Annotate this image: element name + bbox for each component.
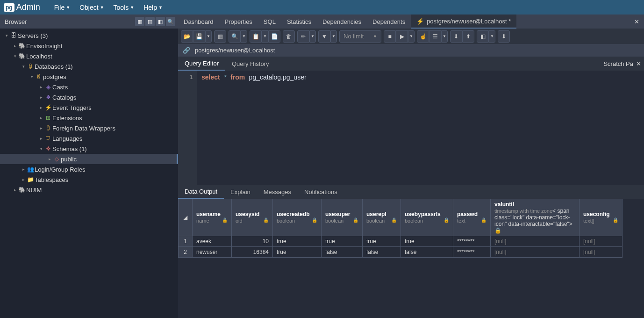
delete-button[interactable]: 🗑 xyxy=(283,30,295,43)
col-usecreatedb[interactable]: usecreatedbboolean🔒 xyxy=(273,199,322,236)
limit-select[interactable]: No limit▼ xyxy=(339,30,381,43)
find-dropdown[interactable]: ▼ xyxy=(241,30,247,43)
query-tool-button[interactable]: ▦ xyxy=(214,30,226,43)
lock-icon: 🔒 xyxy=(353,217,358,223)
tab-messages[interactable]: Messages xyxy=(257,185,298,199)
tree-tablespaces[interactable]: ▸📁Tablespaces xyxy=(0,174,178,185)
editor-tabs: Query Editor Query History Scratch Pa ✕ xyxy=(178,57,644,71)
rollback-icon: ⬆ xyxy=(466,33,471,40)
tree-servers[interactable]: ▾🗄Servers (3) xyxy=(0,30,178,41)
trigger-icon: ⚡ xyxy=(44,104,52,111)
server-icon: 🗄 xyxy=(9,32,18,39)
tab-sql[interactable]: SQL xyxy=(258,14,281,29)
explain-button[interactable]: ☝ xyxy=(417,30,429,43)
tree-nuim[interactable]: ▸🐘NUIM xyxy=(0,185,178,195)
table-row[interactable]: 2 newuser 16384 true false false false *… xyxy=(179,247,623,258)
code-area[interactable]: select * from pg_catalog.pg_user xyxy=(197,71,311,185)
query-editor[interactable]: 1 select * from pg_catalog.pg_user xyxy=(178,71,644,185)
col-usesysid[interactable]: usesysidoid🔒 xyxy=(232,199,273,236)
col-userepl[interactable]: usereplboolean🔒 xyxy=(363,199,401,236)
tree-event-triggers[interactable]: ▸⚡Event Triggers xyxy=(0,102,178,113)
search-icon[interactable]: 🔍 xyxy=(166,17,175,26)
commit-icon: ⬇ xyxy=(454,33,458,40)
tab-dependencies[interactable]: Dependencies xyxy=(317,14,367,29)
tree-public[interactable]: ▸◇public xyxy=(0,154,178,164)
tab-query-history[interactable]: Query History xyxy=(225,57,275,71)
tab-statistics[interactable]: Statistics xyxy=(281,14,317,29)
tree-databases[interactable]: ▾🛢Databases (1) xyxy=(0,61,178,72)
clear-dropdown[interactable]: ▼ xyxy=(489,30,495,43)
download-button[interactable]: ⬇ xyxy=(498,30,510,43)
tab-dependents[interactable]: Dependents xyxy=(367,14,411,29)
stop-button[interactable]: ■ xyxy=(384,30,396,43)
clear-button[interactable]: ◧ xyxy=(477,30,489,43)
paste-button[interactable]: 📄 xyxy=(268,30,280,43)
connection-icon: 🔗 xyxy=(183,47,190,54)
tree-languages[interactable]: ▸🗨Languages xyxy=(0,133,178,144)
filter-button[interactable]: ▼ xyxy=(318,30,330,43)
execute-button[interactable]: ▶ xyxy=(396,30,408,43)
filter-dropdown[interactable]: ▼ xyxy=(330,30,337,43)
tree: ▾🗄Servers (3) ▸🐘EnvisoInsight ▾🐘Localhos… xyxy=(0,29,178,195)
lock-icon: 🔒 xyxy=(222,217,228,223)
menu-object[interactable]: Object▼ xyxy=(75,4,108,11)
row-number-header: ◢ xyxy=(179,199,193,236)
copy-dropdown[interactable]: ▼ xyxy=(262,30,268,43)
edit-button[interactable]: ✏ xyxy=(297,30,309,43)
col-valuntil[interactable]: valuntiltimestamp with time zone< span c… xyxy=(491,199,580,236)
find-button[interactable]: 🔍 xyxy=(229,30,241,43)
edit-dropdown[interactable]: ▼ xyxy=(309,30,316,43)
commit-button[interactable]: ⬇ xyxy=(450,30,462,43)
tab-query-editor[interactable]: Query Editor xyxy=(178,57,225,71)
filter-icon[interactable]: ◧ xyxy=(156,17,165,26)
tab-explain[interactable]: Explain xyxy=(224,185,257,199)
tree-catalogs[interactable]: ▸❖Catalogs xyxy=(0,92,178,102)
save-dropdown[interactable]: ▼ xyxy=(205,30,212,43)
col-useconfig[interactable]: useconfigtext[]🔒 xyxy=(580,199,623,236)
col-usebypassrls[interactable]: usebypassrlsboolean🔒 xyxy=(401,199,453,236)
execute-dropdown[interactable]: ▼ xyxy=(408,30,415,43)
col-usesuper[interactable]: usesuperboolean🔒 xyxy=(322,199,363,236)
save-icon: 💾 xyxy=(196,33,203,40)
tree-login-roles[interactable]: ▸👥Login/Group Roles xyxy=(0,164,178,174)
menu-help[interactable]: Help▼ xyxy=(139,4,167,11)
open-file-button[interactable]: 📂 xyxy=(181,30,193,43)
copy-button[interactable]: 📋 xyxy=(250,30,262,43)
tab-notifications[interactable]: Notifications xyxy=(298,185,344,199)
tree-localhost[interactable]: ▾🐘Localhost xyxy=(0,51,178,61)
explain-analyze-button[interactable]: ☰ xyxy=(429,30,441,43)
grid-icon[interactable]: ▤ xyxy=(145,17,155,26)
catalogs-icon: ❖ xyxy=(44,94,52,101)
col-passwd[interactable]: passwdtext🔒 xyxy=(453,199,491,236)
elephant-icon: 🐘 xyxy=(18,53,26,59)
tree-envisoinsight[interactable]: ▸🐘EnvisoInsight xyxy=(0,41,178,51)
grid-icon: ▦ xyxy=(218,33,223,40)
tab-dashboard[interactable]: Dashboard xyxy=(178,14,219,29)
stop-icon: ■ xyxy=(388,33,391,40)
close-icon[interactable]: ✕ xyxy=(634,18,644,25)
rollback-button[interactable]: ⬆ xyxy=(462,30,474,43)
line-gutter: 1 xyxy=(178,71,197,185)
result-tabs: Data Output Explain Messages Notificatio… xyxy=(178,185,644,199)
tree-schemas[interactable]: ▾❖Schemas (1) xyxy=(0,144,178,154)
tree-postgres[interactable]: ▾🛢postgres xyxy=(0,72,178,82)
close-icon[interactable]: ✕ xyxy=(636,60,641,67)
table-row[interactable]: 1 aveek 10 true true true true ******** … xyxy=(179,236,623,247)
menu-tools[interactable]: Tools▼ xyxy=(109,4,139,11)
paste-icon: 📄 xyxy=(271,33,278,40)
search-icon: 🔍 xyxy=(231,33,238,40)
menu-file[interactable]: File▼ xyxy=(50,4,75,11)
col-usename[interactable]: usenamename🔒 xyxy=(193,199,232,236)
tab-properties[interactable]: Properties xyxy=(219,14,258,29)
explain-dropdown[interactable]: ▼ xyxy=(441,30,448,43)
tab-data-output[interactable]: Data Output xyxy=(178,185,224,199)
funnel-icon: ▼ xyxy=(322,33,327,40)
tree-fdw[interactable]: ▸🛢Foreign Data Wrappers xyxy=(0,123,178,133)
tree-casts[interactable]: ▸◈Casts xyxy=(0,82,178,92)
tree-extensions[interactable]: ▸⊞Extensions xyxy=(0,113,178,123)
tab-icon[interactable]: ▦ xyxy=(135,17,144,26)
eraser-icon: ◧ xyxy=(480,33,486,40)
save-button[interactable]: 💾 xyxy=(193,30,205,43)
tab-query[interactable]: ⚡postgres/newuser@Localhost * xyxy=(411,14,516,29)
schema-icon: ◇ xyxy=(52,156,61,162)
